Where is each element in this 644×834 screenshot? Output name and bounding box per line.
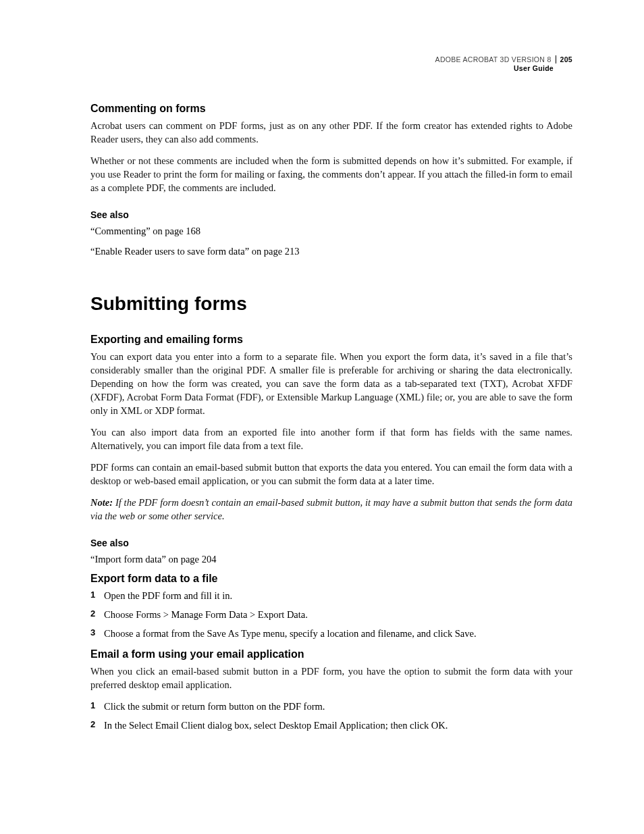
body-paragraph: Whether or not these comments are includ… <box>90 154 572 194</box>
product-name: ADOBE ACROBAT 3D VERSION 8 <box>435 55 552 63</box>
step-item: Choose Forms > Manage Form Data > Export… <box>90 608 572 621</box>
see-also-heading: See also <box>90 209 572 220</box>
heading-exporting-and-emailing: Exporting and emailing forms <box>90 334 572 346</box>
header-line-1: ADOBE ACROBAT 3D VERSION 8205 <box>90 55 572 64</box>
step-item: Choose a format from the Save As Type me… <box>90 627 572 640</box>
body-paragraph: You can export data you enter into a for… <box>90 350 572 417</box>
step-item: Open the PDF form and fill it in. <box>90 589 572 602</box>
cross-reference-link[interactable]: “Import form data” on page 204 <box>90 552 572 567</box>
header-subtitle: User Guide <box>90 64 572 73</box>
numbered-steps: Click the submit or return form button o… <box>90 700 572 732</box>
body-paragraph: PDF forms can contain an email-based sub… <box>90 461 572 488</box>
note-paragraph: Note: If the PDF form doesn’t contain an… <box>90 496 572 523</box>
cross-reference-link[interactable]: “Enable Reader users to save form data” … <box>90 244 572 259</box>
heading-email-a-form: Email a form using your email applicatio… <box>90 648 572 660</box>
page-number: 205 <box>556 55 572 63</box>
body-paragraph: Acrobat users can comment on PDF forms, … <box>90 119 572 146</box>
running-header: ADOBE ACROBAT 3D VERSION 8205 User Guide <box>90 55 572 73</box>
cross-reference-link[interactable]: “Commenting” on page 168 <box>90 224 572 239</box>
heading-commenting-on-forms: Commenting on forms <box>90 103 572 115</box>
step-item: In the Select Email Client dialog box, s… <box>90 719 572 732</box>
body-paragraph: You can also import data from an exporte… <box>90 425 572 452</box>
page-content: ADOBE ACROBAT 3D VERSION 8205 User Guide… <box>0 0 644 794</box>
heading-export-form-data: Export form data to a file <box>90 573 572 585</box>
body-paragraph: When you click an email-based submit but… <box>90 664 572 692</box>
note-body: If the PDF form doesn’t contain an email… <box>90 497 572 521</box>
numbered-steps: Open the PDF form and fill it in. Choose… <box>90 589 572 640</box>
step-item: Click the submit or return form button o… <box>90 700 572 713</box>
see-also-heading: See also <box>90 538 572 548</box>
heading-submitting-forms: Submitting forms <box>90 293 572 315</box>
note-label: Note: <box>90 497 113 508</box>
